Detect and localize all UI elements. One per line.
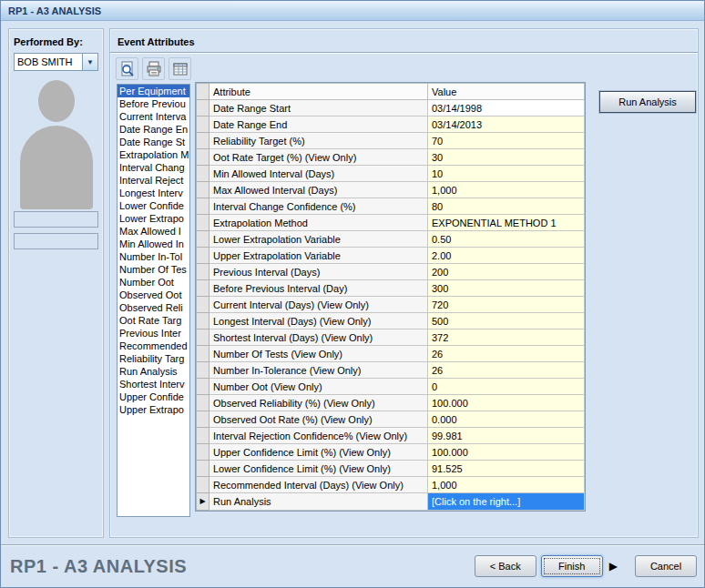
- row-selector[interactable]: [197, 133, 209, 149]
- value-cell[interactable]: 720: [428, 297, 585, 313]
- attribute-list-item[interactable]: Current Interva: [118, 110, 189, 123]
- value-cell[interactable]: 30: [428, 149, 585, 166]
- attribute-cell[interactable]: Date Range Start: [209, 100, 428, 117]
- attribute-cell[interactable]: Longest Interval (Days) (View Only): [209, 313, 428, 329]
- preview-button[interactable]: [116, 57, 138, 80]
- row-selector[interactable]: [197, 411, 209, 428]
- attribute-list-item[interactable]: Reliability Targ: [118, 352, 189, 365]
- back-button[interactable]: < Back: [475, 555, 536, 577]
- row-selector[interactable]: [197, 461, 209, 477]
- attribute-list-item[interactable]: Extrapolation M: [118, 148, 189, 161]
- attribute-cell[interactable]: Date Range End: [209, 117, 428, 133]
- value-cell[interactable]: 26: [428, 362, 585, 379]
- attribute-cell[interactable]: Interval Rejection Confidence% (View Onl…: [209, 428, 428, 444]
- attribute-cell[interactable]: Observed Reliability (%) (View Only): [209, 395, 428, 411]
- value-cell[interactable]: 70: [428, 133, 585, 149]
- value-cell[interactable]: 26: [428, 346, 585, 362]
- attribute-cell[interactable]: Number Of Tests (View Only): [209, 346, 428, 362]
- attribute-list-item[interactable]: Before Previou: [118, 97, 189, 110]
- attribute-list-item[interactable]: Run Analysis: [118, 365, 189, 378]
- value-cell[interactable]: 0.50: [428, 231, 585, 248]
- attribute-cell[interactable]: Current Interval (Days) (View Only): [209, 297, 428, 313]
- value-cell[interactable]: 2.00: [428, 248, 585, 264]
- attribute-list-item[interactable]: Number In-Tol: [118, 250, 189, 263]
- attribute-list-item[interactable]: Min Allowed In: [118, 238, 189, 250]
- attribute-cell[interactable]: Number In-Tolerance (View Only): [209, 362, 428, 379]
- attribute-cell[interactable]: Min Allowed Interval (Days): [209, 166, 428, 182]
- value-cell[interactable]: 200: [428, 264, 585, 280]
- attribute-cell[interactable]: Shortest Interval (Days) (View Only): [209, 329, 428, 346]
- row-selector[interactable]: [197, 329, 209, 346]
- attribute-cell[interactable]: Lower Extrapolation Variable: [209, 231, 428, 248]
- attribute-cell[interactable]: Interval Change Confidence (%): [209, 198, 428, 215]
- row-selector[interactable]: [197, 198, 209, 215]
- attribute-list-item[interactable]: Upper Confide: [118, 390, 189, 403]
- attribute-list-item[interactable]: Upper Extrapo: [118, 403, 189, 416]
- attribute-list-item[interactable]: Observed Reli: [118, 301, 189, 314]
- row-selector[interactable]: [197, 477, 209, 493]
- value-cell[interactable]: [Click on the right...]: [428, 493, 585, 511]
- attribute-cell[interactable]: Before Previous Interval (Day): [209, 280, 428, 297]
- attribute-cell[interactable]: Observed Oot Rate (%) (View Only): [209, 411, 428, 428]
- value-cell[interactable]: EXPONENTIAL METHOD 1: [428, 215, 585, 231]
- row-selector[interactable]: [197, 346, 209, 362]
- value-cell[interactable]: 300: [428, 280, 585, 297]
- attribute-list-item[interactable]: Lower Extrapo: [118, 212, 189, 225]
- performed-by-select[interactable]: BOB SMITH ▼: [14, 53, 98, 71]
- attribute-list-item[interactable]: Number Oot: [118, 276, 189, 289]
- attribute-list-item[interactable]: Per Equipment: [118, 85, 189, 97]
- attribute-list-item[interactable]: Shortest Interv: [118, 378, 189, 390]
- chevron-down-icon[interactable]: ▼: [82, 54, 97, 70]
- row-selector[interactable]: [197, 231, 209, 248]
- datasheet-button[interactable]: [169, 57, 191, 80]
- attribute-list-item[interactable]: Number Of Tes: [118, 263, 189, 276]
- attribute-cell[interactable]: Run Analysis: [209, 493, 428, 511]
- value-cell[interactable]: 10: [428, 166, 585, 182]
- value-cell[interactable]: 372: [428, 329, 585, 346]
- attribute-list-item[interactable]: Date Range St: [118, 136, 189, 148]
- row-selector[interactable]: [197, 297, 209, 313]
- attribute-cell[interactable]: Extrapolation Method: [209, 215, 428, 231]
- row-selector[interactable]: [197, 182, 209, 198]
- row-selector[interactable]: [197, 280, 209, 297]
- value-cell[interactable]: 100.000: [428, 395, 585, 411]
- attribute-cell[interactable]: Lower Confidence Limit (%) (View Only): [209, 461, 428, 477]
- print-button[interactable]: [142, 57, 165, 80]
- value-cell[interactable]: 500: [428, 313, 585, 329]
- finish-button[interactable]: Finish: [541, 555, 603, 577]
- attribute-cell[interactable]: Max Allowed Interval (Days): [209, 182, 428, 198]
- attribute-cell[interactable]: Previous Interval (Days): [209, 264, 428, 280]
- attribute-list-item[interactable]: Interval Reject: [118, 174, 189, 187]
- attribute-cell[interactable]: Recommended Interval (Days) (View Only): [209, 477, 428, 493]
- row-selector[interactable]: ▶: [197, 493, 209, 511]
- value-cell[interactable]: 1,000: [428, 182, 585, 198]
- row-selector[interactable]: [197, 149, 209, 166]
- value-cell[interactable]: 80: [428, 198, 585, 215]
- expand-arrow-icon[interactable]: ▶: [608, 560, 619, 573]
- attribute-list-item[interactable]: Date Range En: [118, 123, 189, 136]
- row-selector[interactable]: [197, 166, 209, 182]
- attribute-list-item[interactable]: Longest Interv: [118, 187, 189, 199]
- attribute-list-item[interactable]: Previous Inter: [118, 327, 189, 340]
- attribute-cell[interactable]: Number Oot (View Only): [209, 379, 428, 395]
- row-selector[interactable]: [197, 215, 209, 231]
- attribute-list-item[interactable]: Max Allowed I: [118, 225, 189, 238]
- attribute-list-item[interactable]: Oot Rate Targ: [118, 314, 189, 327]
- row-selector[interactable]: [197, 248, 209, 264]
- attribute-list-item[interactable]: Lower Confide: [118, 199, 189, 212]
- row-selector[interactable]: [197, 428, 209, 444]
- row-selector[interactable]: [197, 117, 209, 133]
- row-selector[interactable]: [197, 395, 209, 411]
- attribute-list-item[interactable]: Interval Chang: [118, 161, 189, 174]
- row-selector[interactable]: [197, 379, 209, 395]
- attribute-column-header[interactable]: Attribute: [209, 84, 428, 100]
- row-selector[interactable]: [197, 264, 209, 280]
- row-selector[interactable]: [197, 444, 209, 461]
- attribute-list-item[interactable]: Recommended: [118, 340, 189, 352]
- row-selector[interactable]: [197, 100, 209, 117]
- attribute-cell[interactable]: Reliability Target (%): [209, 133, 428, 149]
- row-selector[interactable]: [197, 362, 209, 379]
- value-cell[interactable]: 0.000: [428, 411, 585, 428]
- value-cell[interactable]: 03/14/2013: [428, 117, 585, 133]
- run-analysis-button[interactable]: Run Analysis: [599, 91, 696, 113]
